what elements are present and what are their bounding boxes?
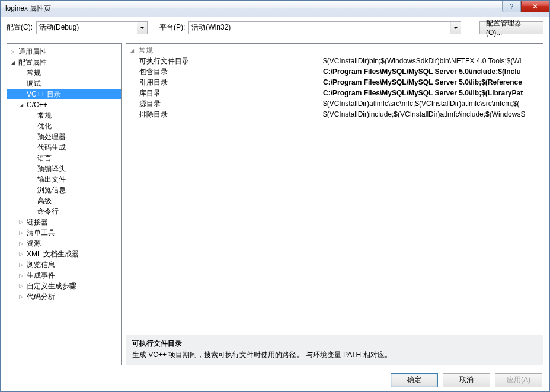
tree-item-label: 优化 [37, 121, 52, 131]
config-dropdown[interactable]: 活动(Debug) [36, 21, 148, 34]
window-title: loginex 属性页 [5, 4, 502, 14]
tree-item[interactable]: VC++ 目录 [7, 89, 121, 99]
tree-item-label: 自定义生成步骤 [27, 281, 76, 291]
tree-item-label: 生成事件 [27, 271, 55, 281]
config-manager-button[interactable]: 配置管理器(O)... [479, 21, 543, 34]
help-button[interactable]: ? [502, 1, 521, 12]
tree-item-label: 常规 [37, 111, 52, 121]
expanded-icon [129, 48, 135, 53]
tree-item[interactable]: 链接器 [7, 217, 121, 227]
tree-item-label: 命令行 [37, 207, 59, 217]
tree-item[interactable]: 预处理器 [7, 131, 121, 142]
tree-item[interactable]: 通用属性 [7, 46, 121, 57]
collapsed-icon[interactable] [9, 49, 16, 55]
property-label: 库目录 [139, 88, 323, 98]
category-tree[interactable]: 通用属性配置属性常规调试VC++ 目录C/C++常规优化预处理器代码生成语言预编… [7, 43, 122, 365]
tree-item[interactable]: 输出文件 [7, 174, 121, 185]
tree-item[interactable]: 调试 [7, 78, 121, 89]
ok-button[interactable]: 确定 [391, 373, 438, 387]
property-label: 引用目录 [139, 78, 323, 88]
property-group-header[interactable]: 常规 [126, 45, 543, 56]
tree-item-label: 代码分析 [27, 292, 55, 302]
collapsed-icon[interactable] [18, 240, 24, 247]
tree-item-label: 通用属性 [18, 47, 47, 57]
platform-dropdown[interactable]: 活动(Win32) [188, 21, 461, 34]
property-grid: 常规可执行文件目录$(VCInstallDir)bin;$(WindowsSdk… [126, 43, 543, 332]
tree-item[interactable]: 预编译头 [7, 163, 121, 174]
collapsed-icon[interactable] [18, 262, 24, 268]
collapsed-icon[interactable] [18, 230, 24, 236]
tree-item[interactable]: 语言 [7, 153, 121, 163]
tree-item[interactable]: 自定义生成步骤 [7, 281, 121, 291]
collapsed-icon[interactable] [18, 251, 24, 258]
collapsed-icon[interactable] [18, 272, 24, 279]
tree-item[interactable]: 常规 [7, 110, 121, 121]
tree-item-label: 预编译头 [37, 164, 66, 174]
collapsed-icon[interactable] [18, 219, 24, 226]
tree-item[interactable]: 浏览信息 [7, 259, 121, 270]
dropdown-arrow-icon [450, 22, 461, 34]
tree-item-label: 常规 [27, 68, 41, 78]
tree-item-label: 链接器 [27, 217, 48, 227]
property-row[interactable]: 库目录C:\Program Files\MySQL\MySQL Server 5… [126, 88, 543, 98]
tree-item[interactable]: 优化 [7, 121, 121, 131]
tree-item-label: 配置属性 [18, 57, 47, 68]
config-label: 配置(C): [7, 23, 33, 33]
property-row[interactable]: 引用目录C:\Program Files\MySQL\MySQL Server … [126, 77, 543, 88]
cancel-button[interactable]: 取消 [443, 373, 490, 387]
collapsed-icon[interactable] [18, 294, 24, 300]
close-button[interactable]: ✕ [521, 1, 549, 12]
property-label: 包含目录 [139, 67, 323, 77]
property-value[interactable]: C:\Program Files\MySQL\MySQL Server 5.0\… [323, 68, 543, 76]
tree-item[interactable]: 代码生成 [7, 142, 121, 153]
tree-item-label: 清单工具 [27, 228, 55, 238]
property-label: 源目录 [139, 99, 323, 109]
description-panel: 可执行文件目录 生成 VC++ 项目期间，搜索可执行文件时使用的路径。 与环境变… [126, 335, 543, 365]
description-title: 可执行文件目录 [132, 339, 537, 349]
tree-item-label: 资源 [27, 239, 41, 249]
platform-value: 活动(Win32) [191, 23, 231, 33]
tree-item-label: 高级 [37, 196, 52, 206]
tree-item[interactable]: 资源 [7, 238, 121, 249]
description-text: 生成 VC++ 项目期间，搜索可执行文件时使用的路径。 与环境变量 PATH 相… [132, 350, 537, 360]
tree-item[interactable]: 命令行 [7, 206, 121, 217]
tree-item[interactable]: C/C++ [7, 99, 121, 110]
expanded-icon[interactable] [9, 59, 16, 66]
tree-item-label: 代码生成 [37, 143, 66, 153]
property-row[interactable]: 排除目录$(VCInstallDir)include;$(VCInstallDi… [126, 109, 543, 120]
tree-item-label: VC++ 目录 [27, 89, 61, 99]
property-value[interactable]: $(VCInstallDir)include;$(VCInstallDir)at… [323, 110, 543, 118]
tree-item-label: 调试 [27, 79, 41, 89]
tree-item[interactable]: 配置属性 [7, 57, 121, 68]
properties-panel: 常规可执行文件目录$(VCInstallDir)bin;$(WindowsSdk… [126, 43, 543, 365]
tree-item[interactable]: 生成事件 [7, 270, 121, 281]
collapsed-icon[interactable] [18, 283, 24, 290]
tree-item-label: C/C++ [27, 101, 47, 109]
platform-label: 平台(P): [159, 23, 185, 33]
property-row[interactable]: 可执行文件目录$(VCInstallDir)bin;$(WindowsSdkDi… [126, 56, 543, 66]
apply-button: 应用(A) [495, 373, 542, 387]
window-titlebar: loginex 属性页 ? ✕ [1, 1, 549, 17]
tree-item-label: 输出文件 [37, 175, 66, 185]
config-value: 活动(Debug) [39, 23, 79, 33]
tree-item[interactable]: 常规 [7, 68, 121, 78]
tree-item[interactable]: XML 文档生成器 [7, 249, 121, 259]
property-label: 可执行文件目录 [139, 56, 323, 66]
property-value[interactable]: $(VCInstallDir)atlmfc\src\mfc;$(VCInstal… [323, 99, 543, 108]
property-label: 排除目录 [139, 110, 323, 120]
dialog-footer: 确定 取消 应用(A) [1, 368, 549, 391]
property-row[interactable]: 源目录$(VCInstallDir)atlmfc\src\mfc;$(VCIns… [126, 98, 543, 109]
property-value[interactable]: C:\Program Files\MySQL\MySQL Server 5.0\… [323, 89, 543, 97]
expanded-icon[interactable] [18, 102, 24, 108]
tree-item[interactable]: 高级 [7, 195, 121, 206]
window-control-buttons: ? ✕ [502, 1, 549, 17]
tree-item[interactable]: 浏览信息 [7, 185, 121, 195]
property-value[interactable]: C:\Program Files\MySQL\MySQL Server 5.0\… [323, 78, 543, 86]
property-row[interactable]: 包含目录C:\Program Files\MySQL\MySQL Server … [126, 66, 543, 77]
main-area: 通用属性配置属性常规调试VC++ 目录C/C++常规优化预处理器代码生成语言预编… [1, 38, 549, 368]
tree-item-label: XML 文档生成器 [27, 249, 79, 259]
tree-item[interactable]: 代码分析 [7, 291, 121, 302]
tree-item-label: 浏览信息 [37, 185, 66, 195]
tree-item[interactable]: 清单工具 [7, 227, 121, 238]
property-value[interactable]: $(VCInstallDir)bin;$(WindowsSdkDir)bin\N… [323, 57, 543, 65]
